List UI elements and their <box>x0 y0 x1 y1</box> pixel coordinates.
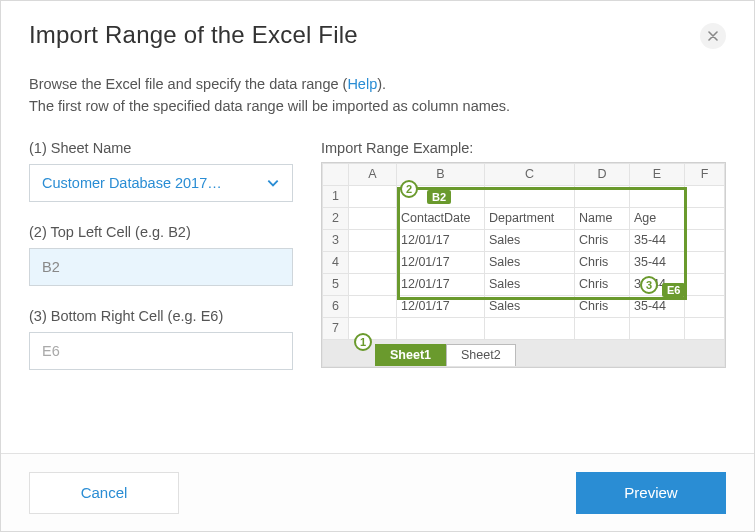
col-header: B <box>397 163 485 185</box>
form-column: (1) Sheet Name Customer Database 2017… (… <box>29 140 293 392</box>
cell: Chris <box>575 273 630 295</box>
cell: Sales <box>485 251 575 273</box>
intro-text: Browse the Excel file and specify the da… <box>29 73 726 118</box>
cell <box>397 317 485 339</box>
example-spreadsheet: A B C D E F 1 2ContactDateDepartmentName… <box>321 162 726 368</box>
import-range-modal: Import Range of the Excel File Browse th… <box>0 0 755 532</box>
sheet-name-label: (1) Sheet Name <box>29 140 293 156</box>
cell: 12/01/17 <box>397 251 485 273</box>
sheet-name-value: Customer Database 2017… <box>42 175 222 191</box>
cell <box>575 185 630 207</box>
cell <box>349 185 397 207</box>
cell <box>685 185 725 207</box>
row-header: 5 <box>323 273 349 295</box>
help-link[interactable]: Help <box>347 76 377 92</box>
close-button[interactable] <box>700 23 726 49</box>
cancel-button[interactable]: Cancel <box>29 472 179 514</box>
row-header: 6 <box>323 295 349 317</box>
row-header: 7 <box>323 317 349 339</box>
cell <box>630 317 685 339</box>
modal-footer: Cancel Preview <box>1 453 754 531</box>
bottom-right-cell-input[interactable] <box>29 332 293 370</box>
cell <box>685 295 725 317</box>
corner-cell <box>323 163 349 185</box>
sheet-name-select[interactable]: Customer Database 2017… <box>29 164 293 202</box>
top-left-label: (2) Top Left Cell (e.g. B2) <box>29 224 293 240</box>
intro-line1-pre: Browse the Excel file and specify the da… <box>29 76 347 92</box>
cell: Chris <box>575 295 630 317</box>
cell: 35-44 <box>630 295 685 317</box>
cell: Chris <box>575 229 630 251</box>
cell: 35-44 <box>630 251 685 273</box>
cell: Name <box>575 207 630 229</box>
cell <box>349 229 397 251</box>
col-header: D <box>575 163 630 185</box>
cell: Sales <box>485 273 575 295</box>
sheet-tab-active[interactable]: Sheet1 <box>375 344 446 366</box>
modal-header: Import Range of the Excel File <box>1 1 754 61</box>
cell: Age <box>630 207 685 229</box>
cell <box>349 207 397 229</box>
modal-title: Import Range of the Excel File <box>29 21 358 49</box>
intro-line2: The first row of the specified data rang… <box>29 98 510 114</box>
intro-line1-post: ). <box>377 76 386 92</box>
cell <box>349 295 397 317</box>
cell <box>630 185 685 207</box>
sheet-tab-inactive[interactable]: Sheet2 <box>446 344 516 366</box>
sheet-tabs-cell: Sheet1 Sheet2 <box>323 339 725 366</box>
sheet-tabs: Sheet1 Sheet2 <box>327 340 720 366</box>
row-header: 1 <box>323 185 349 207</box>
cell <box>397 185 485 207</box>
cell: 12/01/17 <box>397 229 485 251</box>
cell <box>349 273 397 295</box>
row-header: 4 <box>323 251 349 273</box>
chevron-down-icon <box>266 176 280 190</box>
example-label: Import Range Example: <box>321 140 726 156</box>
top-left-cell-input[interactable] <box>29 248 293 286</box>
cell <box>685 317 725 339</box>
col-header: A <box>349 163 397 185</box>
row-header: 2 <box>323 207 349 229</box>
col-header: F <box>685 163 725 185</box>
cell: Sales <box>485 295 575 317</box>
cell: 12/01/17 <box>397 295 485 317</box>
col-header: C <box>485 163 575 185</box>
cell: 35-44 <box>630 273 685 295</box>
close-icon <box>708 31 718 41</box>
example-grid: A B C D E F 1 2ContactDateDepartmentName… <box>322 163 725 367</box>
cell <box>575 317 630 339</box>
preview-button[interactable]: Preview <box>576 472 726 514</box>
cell <box>685 207 725 229</box>
cell: Sales <box>485 229 575 251</box>
cell <box>685 251 725 273</box>
cell: 12/01/17 <box>397 273 485 295</box>
cell <box>485 317 575 339</box>
cell: 35-44 <box>630 229 685 251</box>
example-column: Import Range Example: A B C D E F <box>321 140 726 392</box>
cell: Chris <box>575 251 630 273</box>
cell <box>685 229 725 251</box>
modal-body: Browse the Excel file and specify the da… <box>1 61 754 453</box>
cell <box>349 251 397 273</box>
row-header: 3 <box>323 229 349 251</box>
cell <box>685 273 725 295</box>
cell: Department <box>485 207 575 229</box>
cell <box>485 185 575 207</box>
col-header: E <box>630 163 685 185</box>
bottom-right-label: (3) Bottom Right Cell (e.g. E6) <box>29 308 293 324</box>
cell: ContactDate <box>397 207 485 229</box>
cell <box>349 317 397 339</box>
